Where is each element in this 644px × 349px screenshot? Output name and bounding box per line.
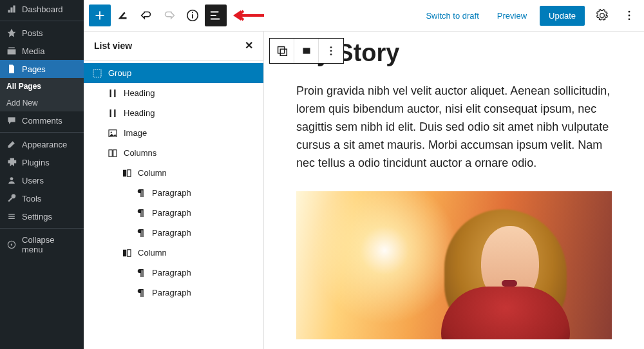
list-view-row[interactable]: Paragraph xyxy=(84,283,263,303)
sidebar-item-label: Pages xyxy=(22,64,46,74)
svg-point-18 xyxy=(330,46,332,48)
sidebar-item-plugins[interactable]: Plugins xyxy=(0,153,84,171)
page-content: My Story Proin gravida nibh vel velit au… xyxy=(264,39,644,339)
svg-rect-14 xyxy=(128,249,131,256)
admin-sidebar: Dashboard Posts Media Pages All Pages Ad… xyxy=(0,0,84,349)
collapse-icon xyxy=(6,240,17,250)
list-view-row[interactable]: Group xyxy=(84,63,263,83)
svg-point-0 xyxy=(10,177,14,180)
portrait-illustration xyxy=(441,203,576,339)
users-icon xyxy=(6,175,17,185)
list-view-row[interactable]: Column xyxy=(84,163,263,183)
list-view-row[interactable]: Column xyxy=(84,243,263,263)
svg-point-20 xyxy=(330,53,332,55)
sidebar-item-dashboard[interactable]: Dashboard xyxy=(0,0,84,18)
columns-icon xyxy=(107,147,118,159)
heading-icon xyxy=(107,88,118,99)
sidebar-item-tools[interactable]: Tools xyxy=(0,189,84,207)
list-view-row[interactable]: Paragraph xyxy=(84,203,263,223)
heading-icon xyxy=(107,108,118,119)
sidebar-item-settings[interactable]: Settings xyxy=(0,207,84,225)
plugins-icon xyxy=(6,157,17,167)
block-toolbar xyxy=(269,38,344,64)
list-view-row-label: Group xyxy=(108,68,131,78)
column-icon xyxy=(121,247,133,259)
body-paragraph[interactable]: Proin gravida nibh vel velit auctor aliq… xyxy=(296,82,612,172)
group-icon xyxy=(91,68,103,79)
block-type-button[interactable] xyxy=(270,39,294,63)
svg-point-4 xyxy=(629,15,630,17)
svg-rect-17 xyxy=(303,48,310,53)
comments-icon xyxy=(6,115,17,126)
sidebar-item-comments[interactable]: Comments xyxy=(0,111,84,129)
svg-rect-6 xyxy=(93,70,101,77)
list-view-row[interactable]: Heading xyxy=(84,83,263,103)
sidebar-item-label: Tools xyxy=(22,194,41,203)
sidebar-item-users[interactable]: Users xyxy=(0,171,84,189)
submenu-item-add-new[interactable]: Add New xyxy=(0,95,84,111)
svg-rect-15 xyxy=(278,47,284,53)
add-block-button[interactable] xyxy=(89,5,111,26)
list-view-row-label: Paragraph xyxy=(152,288,191,297)
appearance-icon xyxy=(6,139,17,149)
divider xyxy=(0,21,84,21)
topbar-right-group: Switch to draft Preview Update xyxy=(421,6,639,26)
list-view-row[interactable]: Heading xyxy=(84,103,263,123)
sidebar-item-label: Comments xyxy=(22,116,62,126)
hero-image[interactable] xyxy=(296,191,612,339)
list-view-row[interactable]: Columns xyxy=(84,143,263,163)
settings-gear-button[interactable] xyxy=(592,6,612,25)
media-icon xyxy=(6,46,17,56)
svg-point-5 xyxy=(629,18,630,20)
paragraph-icon xyxy=(135,187,147,199)
editor-topbar: Switch to draft Preview Update xyxy=(84,0,644,32)
sidebar-item-pages[interactable]: Pages xyxy=(0,60,84,78)
editor-body: List view ✕ GroupHeadingHeadingImageColu… xyxy=(84,32,644,349)
list-view-row[interactable]: Image xyxy=(84,123,263,143)
list-view-row-label: Column xyxy=(138,248,167,258)
sidebar-item-appearance[interactable]: Appearance xyxy=(0,135,84,153)
annotation-arrow-icon xyxy=(232,8,264,23)
pages-icon xyxy=(6,64,17,74)
svg-rect-9 xyxy=(109,149,112,156)
switch-to-draft-button[interactable]: Switch to draft xyxy=(421,7,484,24)
block-align-button[interactable] xyxy=(294,39,319,63)
list-view-row[interactable]: Paragraph xyxy=(84,263,263,283)
list-view-row-label: Heading xyxy=(124,88,155,98)
svg-rect-12 xyxy=(128,169,131,176)
sidebar-item-label: Collapse menu xyxy=(22,235,77,254)
sidebar-item-label: Settings xyxy=(22,212,52,222)
pin-icon xyxy=(6,28,17,38)
tools-select-button[interactable] xyxy=(112,5,134,26)
undo-button[interactable] xyxy=(135,5,157,26)
list-view-row[interactable]: Paragraph xyxy=(84,223,263,243)
settings-icon xyxy=(6,211,17,222)
list-view-row-label: Column xyxy=(138,168,167,178)
close-list-view-button[interactable]: ✕ xyxy=(245,41,253,51)
preview-button[interactable]: Preview xyxy=(492,7,532,24)
redo-button[interactable] xyxy=(158,5,180,26)
sidebar-item-label: Plugins xyxy=(22,158,50,167)
more-options-button[interactable] xyxy=(620,6,639,25)
sidebar-item-label: Users xyxy=(22,176,44,185)
topbar-left-group xyxy=(89,5,264,26)
sidebar-item-label: Dashboard xyxy=(22,5,63,14)
editor-main: Switch to draft Preview Update List view… xyxy=(84,0,644,349)
details-button[interactable] xyxy=(182,5,204,26)
editor-canvas[interactable]: My Story Proin gravida nibh vel velit au… xyxy=(264,32,644,349)
list-view-row[interactable]: Paragraph xyxy=(84,183,263,203)
submenu-item-all-pages[interactable]: All Pages xyxy=(0,78,84,95)
sidebar-item-label: Appearance xyxy=(22,140,67,149)
divider xyxy=(0,228,84,229)
list-view-button[interactable] xyxy=(205,5,227,26)
block-more-button[interactable] xyxy=(319,39,343,63)
paragraph-icon xyxy=(135,287,147,299)
column-icon xyxy=(121,167,133,179)
dashboard-icon xyxy=(6,4,17,14)
update-button[interactable]: Update xyxy=(540,6,585,26)
sidebar-item-posts[interactable]: Posts xyxy=(0,24,84,42)
svg-rect-13 xyxy=(123,249,126,256)
sidebar-item-collapse[interactable]: Collapse menu xyxy=(0,231,84,258)
list-view-header: List view ✕ xyxy=(84,32,263,61)
sidebar-item-media[interactable]: Media xyxy=(0,42,84,60)
